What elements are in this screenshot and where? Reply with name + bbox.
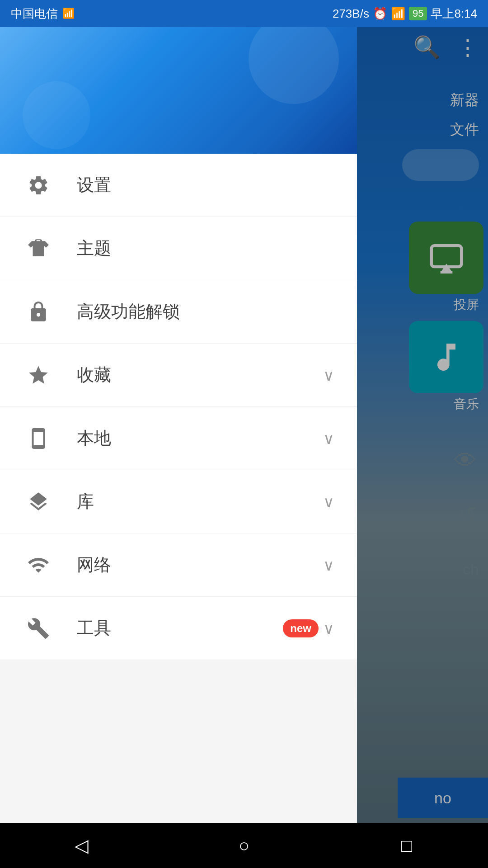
tools-chevron-icon: ∨ [323, 619, 334, 637]
wrench-icon [23, 613, 54, 644]
tools-label: 工具 [77, 617, 276, 640]
gear-icon [23, 170, 54, 201]
star-icon [23, 359, 54, 391]
library-chevron-icon: ∨ [323, 493, 334, 511]
menu-item-network[interactable]: 网络 ∨ [0, 533, 357, 597]
favorites-label: 收藏 [77, 363, 323, 387]
network-icon [23, 549, 54, 581]
network-label: 网络 [77, 553, 323, 576]
recent-button[interactable]: □ [389, 827, 425, 863]
navigation-drawer: 设置 主题 高级功能解锁 [0, 0, 357, 868]
phone-icon [23, 423, 54, 454]
local-chevron-icon: ∨ [323, 429, 334, 448]
local-label: 本地 [77, 427, 323, 450]
library-label: 库 [77, 490, 323, 513]
menu-item-settings[interactable]: 设置 [0, 154, 357, 217]
menu-item-unlock[interactable]: 高级功能解锁 [0, 280, 357, 344]
menu-item-tools[interactable]: 工具 new ∨ [0, 597, 357, 660]
status-bar-left: 中国电信 📶 [11, 6, 75, 22]
status-bar: 中国电信 📶 273B/s ⏰ 📶 95 早上8:14 [0, 0, 488, 27]
status-bar-right: 273B/s ⏰ 📶 95 早上8:14 [333, 6, 477, 22]
signal-icon: 📶 [62, 8, 75, 19]
unlock-label: 高级功能解锁 [77, 300, 334, 323]
menu-item-library[interactable]: 库 ∨ [0, 470, 357, 533]
home-button[interactable]: ○ [226, 827, 262, 863]
carrier-text: 中国电信 [11, 6, 58, 22]
layers-icon [23, 486, 54, 518]
wifi-icon: 📶 [391, 7, 405, 21]
drawer-menu: 设置 主题 高级功能解锁 [0, 154, 357, 868]
menu-item-local[interactable]: 本地 ∨ [0, 407, 357, 470]
settings-label: 设置 [77, 174, 334, 197]
back-button[interactable]: ◁ [63, 827, 99, 863]
theme-label: 主题 [77, 237, 334, 260]
speed-text: 273B/s [333, 7, 369, 21]
alarm-icon: ⏰ [373, 7, 387, 21]
new-badge: new [283, 619, 319, 637]
favorites-chevron-icon: ∨ [323, 366, 334, 384]
menu-item-favorites[interactable]: 收藏 ∨ [0, 344, 357, 407]
navigation-bar: ◁ ○ □ [0, 823, 488, 868]
shirt-icon [23, 233, 54, 264]
lock-icon [23, 296, 54, 328]
menu-item-theme[interactable]: 主题 [0, 217, 357, 280]
network-chevron-icon: ∨ [323, 556, 334, 574]
battery-text: 95 [409, 7, 427, 20]
time-text: 早上8:14 [431, 6, 477, 22]
